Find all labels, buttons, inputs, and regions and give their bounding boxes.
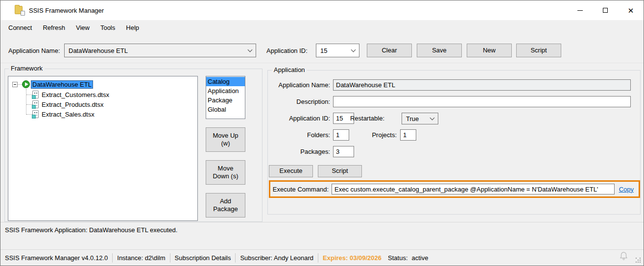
menu-view[interactable]: View [71,22,95,34]
scope-item-application[interactable]: Application [206,86,245,96]
status-message: SSIS Framework Application: DataWarehous… [5,226,177,234]
folders-label: Folders: [268,131,330,139]
status-bar: SSIS Framework Manager v4.0.12.0 Instanc… [0,249,644,266]
app-name-field-label: Application Name: [268,81,330,89]
menu-tools[interactable]: Tools [95,22,120,34]
app-id-field-label: Application ID: [268,115,330,122]
execute-command-label: Execute Command: [270,186,332,193]
title-bar: SSIS Framework Manager ✕ [0,0,644,20]
move-down-button[interactable]: Move Down (s) [206,160,245,185]
execute-command-highlight: Execute Command: Copy [269,180,640,198]
execute-command-field[interactable] [332,184,615,194]
move-up-button[interactable]: Move Up (w) [206,127,245,152]
collapse-icon[interactable] [12,82,18,87]
description-field-label: Description: [268,98,330,105]
maximize-icon [603,8,608,13]
restartable-label: Restartable: [326,115,384,122]
menu-connect[interactable]: Connect [3,22,37,34]
script-button-app[interactable]: Script [318,165,362,177]
projects-label: Projects: [338,131,397,139]
packages-label: Packages: [268,148,330,155]
add-package-button[interactable]: Add Package [206,193,245,218]
package-icon [32,91,39,98]
execute-button[interactable]: Execute [269,165,313,177]
chevron-down-icon [248,47,253,52]
chevron-down-icon [430,115,435,120]
chevron-down-icon [351,47,356,52]
client-separator [0,222,644,222]
play-icon [22,80,30,88]
script-button-top[interactable]: Script [516,44,561,57]
new-button[interactable]: New [467,44,512,57]
window-title: SSIS Framework Manager [29,7,104,14]
tree-node-package[interactable]: Extract_Customers.dtsx [26,90,109,99]
menu-help[interactable]: Help [120,22,144,34]
statusbar-version: SSIS Framework Manager v4.0.12.0 [5,254,108,262]
close-icon: ✕ [628,7,634,14]
app-icon [15,5,24,15]
statusbar-status-label: Status: [388,254,407,262]
application-name-combobox[interactable]: DataWarehouse ETL [64,44,256,57]
package-icon [32,110,39,118]
notification-bell-icon[interactable] [620,251,628,262]
tree-node-application[interactable]: DataWarehouse ETL [31,80,93,89]
statusbar-status-value: active [412,254,429,262]
package-icon [32,100,39,108]
resize-grip[interactable] [636,258,642,264]
app-window: SSIS Framework Manager ✕ Connect Refresh… [0,0,644,266]
tree-node-package[interactable]: Extract_Sales.dtsx [26,109,95,119]
framework-group-label: Framework [9,65,45,72]
save-button[interactable]: Save [417,44,462,57]
application-id-combobox[interactable]: 15 [316,44,359,57]
application-id-label: Application ID: [266,47,308,54]
statusbar-instance: Instance: d2\dilm [117,254,165,262]
application-name-label: Application Name: [8,47,60,54]
toolbar-separator [0,63,644,63]
statusbar-subscription-details[interactable]: Subscription Details [175,254,231,262]
application-groupbox: Application Application Name: Descriptio… [267,70,641,215]
minimize-icon [577,10,583,11]
framework-groupbox: Framework DataWarehouse ETL Extract_Cust… [4,69,262,222]
app-name-field[interactable] [333,79,631,91]
statusbar-expires: Expires: 03/09/2026 [323,254,382,262]
menu-bar: Connect Refresh View Tools Help [0,20,644,35]
application-group-label: Application [272,66,307,73]
scope-item-package[interactable]: Package [206,96,245,105]
tree-node-package[interactable]: Extract_Products.dtsx [26,99,103,109]
close-button[interactable]: ✕ [618,0,644,20]
description-field[interactable] [333,96,631,107]
statusbar-subscriber: Subscriber: Andy Leonard [240,254,313,262]
tree-root-row[interactable]: DataWarehouse ETL [12,79,93,89]
minimize-button[interactable] [567,0,593,20]
menu-refresh[interactable]: Refresh [37,22,71,34]
framework-tree[interactable]: DataWarehouse ETL Extract_Customers.dtsx… [8,76,198,221]
maximize-button[interactable] [593,0,618,20]
restartable-combobox[interactable]: True [402,113,438,124]
projects-field[interactable] [400,129,416,141]
packages-field[interactable] [333,146,354,157]
scope-item-catalog[interactable]: Catalog [206,77,245,86]
scope-listbox[interactable]: Catalog Application Package Global [206,76,245,119]
scope-item-global[interactable]: Global [206,105,245,114]
clear-button[interactable]: Clear [367,44,412,57]
copy-link[interactable]: Copy [619,186,634,193]
